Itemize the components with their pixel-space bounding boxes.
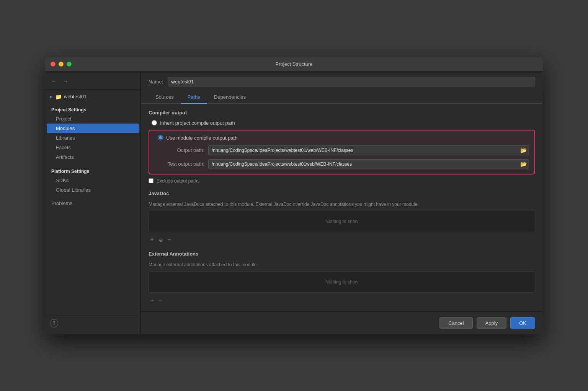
project-structure-dialog: Project Structure ← → ▶ 📁 webtest01 Proj… bbox=[45, 57, 543, 334]
output-path-label: Output path: bbox=[155, 147, 204, 153]
tab-paths[interactable]: Paths bbox=[181, 91, 207, 104]
javadoc-empty-list: Nothing to show bbox=[149, 211, 535, 232]
test-output-path-label: Test output path: bbox=[155, 161, 204, 167]
inherit-radio-label: Inherit project compile output path bbox=[160, 120, 235, 126]
apply-button[interactable]: Apply bbox=[477, 317, 507, 329]
test-output-path-wrapper: 📂 bbox=[208, 159, 529, 169]
external-annotations-title: External Annotations bbox=[149, 251, 535, 257]
sidebar-item-facets[interactable]: Facets bbox=[45, 143, 140, 152]
project-settings-heading: Project Settings bbox=[45, 104, 140, 114]
use-module-compile-box: Use module compile output path Output pa… bbox=[149, 130, 535, 174]
folder-icon: 📁 bbox=[55, 94, 62, 100]
exclude-output-label: Exclude output paths bbox=[157, 178, 199, 184]
output-path-wrapper: 📂 bbox=[208, 145, 529, 155]
use-module-radio-label: Use module compile output path bbox=[166, 135, 237, 141]
sidebar-item-libraries[interactable]: Libraries bbox=[45, 133, 140, 143]
sidebar-item-project[interactable]: Project bbox=[45, 114, 140, 124]
tree-arrow-icon: ▶ bbox=[50, 94, 53, 99]
inherit-radio[interactable] bbox=[152, 120, 157, 125]
nav-forward-button[interactable]: → bbox=[61, 78, 70, 85]
javadoc-add-special-button[interactable]: ⊕ bbox=[157, 236, 165, 244]
test-output-path-row: Test output path: 📂 bbox=[155, 159, 529, 169]
maximize-button[interactable] bbox=[67, 62, 72, 67]
tree-item-label: webtest01 bbox=[64, 94, 87, 99]
name-label: Name: bbox=[149, 79, 163, 85]
nav-back-button[interactable]: ← bbox=[50, 78, 58, 85]
help-button[interactable]: ? bbox=[50, 319, 58, 327]
window-footer: Cancel Apply OK bbox=[141, 311, 543, 334]
titlebar: Project Structure bbox=[45, 57, 543, 72]
javadoc-title: JavaDoc bbox=[149, 191, 535, 196]
dialog-title: Project Structure bbox=[276, 61, 313, 67]
sidebar: ← → ▶ 📁 webtest01 Project Settings Proje… bbox=[45, 72, 141, 334]
tabs-bar: Sources Paths Dependencies bbox=[141, 91, 543, 104]
minimize-button[interactable] bbox=[59, 62, 64, 67]
external-annotations-remove-button[interactable]: − bbox=[157, 296, 164, 305]
test-output-path-input[interactable] bbox=[208, 159, 529, 169]
use-module-radio[interactable] bbox=[158, 135, 163, 140]
compiler-output-title: Compiler output bbox=[149, 110, 535, 116]
test-output-path-browse-button[interactable]: 📂 bbox=[519, 160, 528, 168]
external-annotations-section: External Annotations Manage external ann… bbox=[149, 251, 535, 305]
ok-button[interactable]: OK bbox=[510, 317, 535, 329]
javadoc-add-button[interactable]: + bbox=[149, 235, 156, 245]
module-name-input[interactable] bbox=[168, 77, 535, 86]
sidebar-item-problems[interactable]: Problems bbox=[45, 199, 140, 208]
platform-settings-section: Platform Settings SDKs Global Libraries bbox=[45, 166, 140, 195]
traffic-lights bbox=[51, 62, 72, 67]
external-annotations-description: Manage external annotations attached to … bbox=[149, 261, 535, 268]
sidebar-tree-item-webtest01[interactable]: ▶ 📁 webtest01 bbox=[45, 92, 140, 102]
close-button[interactable] bbox=[51, 62, 56, 67]
output-path-browse-button[interactable]: 📂 bbox=[519, 147, 528, 154]
sidebar-item-sdks[interactable]: SDKs bbox=[45, 176, 140, 185]
main-header: Name: bbox=[141, 72, 543, 86]
javadoc-toolbar: + ⊕ − bbox=[149, 235, 535, 245]
external-annotations-toolbar: + − bbox=[149, 296, 535, 305]
javadoc-section: JavaDoc Manage external JavaDocs attache… bbox=[149, 191, 535, 245]
window-body: ← → ▶ 📁 webtest01 Project Settings Proje… bbox=[45, 72, 543, 334]
platform-settings-heading: Platform Settings bbox=[45, 166, 140, 176]
problems-section: Problems bbox=[45, 199, 140, 208]
sidebar-bottom: ? bbox=[45, 316, 140, 331]
sidebar-item-modules[interactable]: Modules bbox=[47, 124, 139, 133]
inherit-radio-option: Inherit project compile output path bbox=[149, 120, 535, 126]
javadoc-description: Manage external JavaDocs attached to thi… bbox=[149, 201, 535, 208]
project-settings-section: Project Settings Project Modules Librari… bbox=[45, 104, 140, 162]
external-annotations-add-button[interactable]: + bbox=[149, 296, 156, 305]
main-content: Name: Sources Paths Dependencies Compile… bbox=[141, 72, 543, 334]
sidebar-item-artifacts[interactable]: Artifacts bbox=[45, 152, 140, 162]
exclude-output-checkbox[interactable] bbox=[149, 178, 154, 183]
tab-dependencies[interactable]: Dependencies bbox=[207, 91, 253, 104]
sidebar-nav: ← → bbox=[45, 75, 140, 90]
sidebar-item-global-libraries[interactable]: Global Libraries bbox=[45, 185, 140, 195]
output-path-row: Output path: 📂 bbox=[155, 145, 529, 155]
cancel-button[interactable]: Cancel bbox=[439, 317, 472, 329]
javadoc-remove-button[interactable]: − bbox=[166, 236, 173, 244]
use-module-radio-option: Use module compile output path bbox=[155, 135, 529, 141]
external-annotations-empty-list: Nothing to show bbox=[149, 271, 535, 293]
tab-sources[interactable]: Sources bbox=[149, 91, 181, 104]
output-path-input[interactable] bbox=[208, 145, 529, 155]
exclude-output-row: Exclude output paths bbox=[149, 178, 535, 184]
main-body: Compiler output Inherit project compile … bbox=[141, 104, 543, 311]
